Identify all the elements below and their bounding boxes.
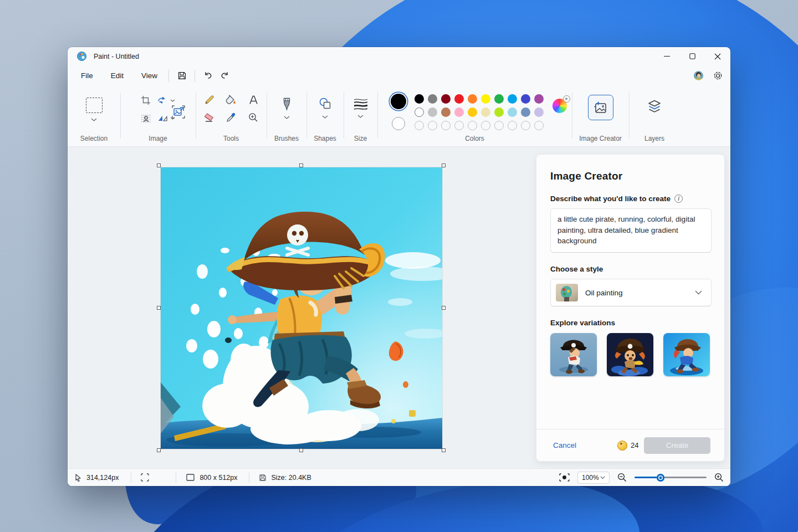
window-title: Paint - Untitled xyxy=(94,53,139,60)
redo-button[interactable] xyxy=(216,69,233,83)
credits-count: 24 xyxy=(631,441,638,449)
info-icon[interactable]: i xyxy=(674,195,683,203)
title-bar[interactable]: Paint - Untitled xyxy=(68,47,730,65)
prompt-input[interactable]: a little cute pirate, running, colorful,… xyxy=(550,208,712,253)
chevron-down-icon[interactable] xyxy=(284,116,290,119)
empty-color-slot[interactable] xyxy=(494,121,504,130)
zoom-slider-thumb[interactable] xyxy=(657,474,664,482)
fill-tool[interactable] xyxy=(226,95,237,105)
undo-button[interactable] xyxy=(200,69,216,83)
settings-gear-icon[interactable] xyxy=(713,71,723,80)
pencil-tool[interactable] xyxy=(204,95,214,105)
color-swatch[interactable] xyxy=(441,108,451,117)
menu-file[interactable]: File xyxy=(74,69,100,83)
zoom-out-button[interactable] xyxy=(617,473,627,482)
empty-color-slot[interactable] xyxy=(468,121,477,130)
account-avatar[interactable] xyxy=(694,71,703,80)
rotate-button[interactable] xyxy=(157,95,176,106)
image-creator-button[interactable] xyxy=(588,95,613,120)
save-button[interactable] xyxy=(173,69,190,83)
cancel-button[interactable]: Cancel xyxy=(553,441,576,449)
variation-thumbnail-3[interactable] xyxy=(663,333,710,376)
shapes-icon[interactable] xyxy=(319,98,332,110)
minimize-icon xyxy=(664,53,670,59)
style-label: Choose a style xyxy=(550,265,710,273)
crop-icon xyxy=(141,95,151,105)
chevron-down-icon[interactable] xyxy=(170,99,175,102)
resize-image-button[interactable] xyxy=(171,105,186,119)
empty-color-slot[interactable] xyxy=(521,121,530,130)
zoom-in-button[interactable] xyxy=(714,473,724,482)
chevron-down-icon[interactable] xyxy=(357,115,364,118)
color-swatch[interactable] xyxy=(454,94,464,104)
selection-handle-ne[interactable] xyxy=(442,163,446,167)
color-swatch[interactable] xyxy=(494,94,504,104)
color-swatch[interactable] xyxy=(454,108,464,117)
color-swatch[interactable] xyxy=(521,94,530,104)
empty-color-slot[interactable] xyxy=(481,121,490,130)
variation-thumbnail-2[interactable] xyxy=(607,333,653,376)
empty-color-slot[interactable] xyxy=(428,121,437,130)
crop-button[interactable] xyxy=(140,95,151,106)
color-picker-tool[interactable] xyxy=(226,112,236,122)
size-icon[interactable] xyxy=(354,98,368,110)
selection-handle-sw[interactable] xyxy=(157,448,161,452)
magnifier-tool[interactable] xyxy=(248,112,258,122)
eraser-tool[interactable] xyxy=(203,112,214,122)
color-swatch[interactable] xyxy=(468,94,477,104)
chevron-down-icon[interactable] xyxy=(91,118,97,121)
color-swatch[interactable] xyxy=(508,108,517,117)
remove-background-button[interactable] xyxy=(140,112,151,124)
selection-handle-e[interactable] xyxy=(442,306,446,310)
selection-handle-n[interactable] xyxy=(299,163,303,167)
image-creator-icon xyxy=(594,100,608,115)
canvas-workspace[interactable]: Image Creator Describe what you'd like t… xyxy=(68,147,730,468)
edit-colors-button[interactable]: + xyxy=(553,99,567,113)
chevron-down-icon[interactable] xyxy=(322,115,328,119)
create-button[interactable]: Create xyxy=(644,437,710,454)
group-size: Size xyxy=(344,86,377,146)
canvas-image-pirate[interactable] xyxy=(161,167,442,449)
maximize-button[interactable] xyxy=(679,47,705,65)
selection-handle-w[interactable] xyxy=(157,306,161,310)
selection-handle-se[interactable] xyxy=(442,448,446,452)
empty-color-slot[interactable] xyxy=(441,121,451,130)
color-swatch[interactable] xyxy=(481,94,490,104)
background-color[interactable] xyxy=(392,117,405,130)
color-swatch[interactable] xyxy=(428,108,437,117)
color-swatch[interactable] xyxy=(441,94,451,104)
zoom-level-dropdown[interactable]: 100% xyxy=(577,472,610,484)
color-swatch[interactable] xyxy=(481,108,490,117)
empty-color-slot[interactable] xyxy=(454,121,464,130)
style-dropdown[interactable]: Oil painting xyxy=(550,279,712,306)
color-swatch[interactable] xyxy=(428,94,437,104)
selection-handle-nw[interactable] xyxy=(157,163,161,167)
color-swatch[interactable] xyxy=(534,94,544,104)
color-swatch[interactable] xyxy=(521,108,530,117)
minimize-button[interactable] xyxy=(654,47,679,65)
foreground-color-selected[interactable] xyxy=(391,94,406,109)
layers-button[interactable] xyxy=(647,99,662,115)
rotate-icon xyxy=(157,96,168,105)
menu-edit[interactable]: Edit xyxy=(104,69,130,83)
empty-color-slot[interactable] xyxy=(508,121,517,130)
redo-icon xyxy=(220,71,229,80)
menu-view[interactable]: View xyxy=(135,69,164,83)
color-swatch[interactable] xyxy=(494,108,504,117)
close-button[interactable] xyxy=(705,47,730,65)
fit-to-screen-icon[interactable] xyxy=(559,473,570,482)
variation-thumbnail-1[interactable] xyxy=(550,333,597,376)
selection-tool[interactable] xyxy=(86,98,103,113)
color-swatch[interactable] xyxy=(508,94,517,104)
brushes-icon[interactable] xyxy=(282,98,291,111)
empty-color-slot[interactable] xyxy=(415,121,424,130)
variations-row xyxy=(550,333,710,376)
selection-handle-s[interactable] xyxy=(299,448,303,452)
zoom-slider[interactable] xyxy=(635,474,707,482)
color-swatch[interactable] xyxy=(415,108,424,117)
color-swatch[interactable] xyxy=(415,94,424,104)
empty-color-slot[interactable] xyxy=(534,121,544,130)
color-swatch[interactable] xyxy=(468,108,477,117)
color-swatch[interactable] xyxy=(534,108,544,117)
text-tool[interactable] xyxy=(249,95,258,105)
